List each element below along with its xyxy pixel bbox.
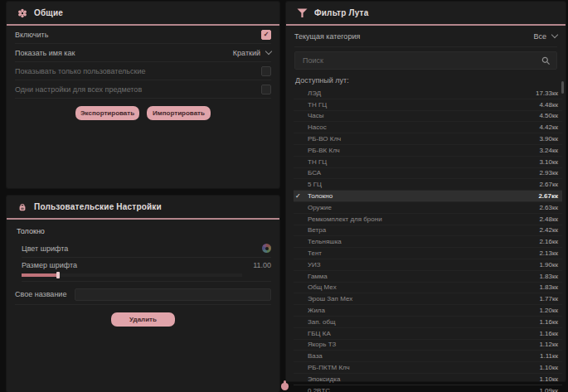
pink-marker-icon bbox=[281, 383, 289, 390]
loot-row[interactable]: Эпоксидка1.10кк bbox=[294, 374, 562, 385]
loot-item-name: Эпоксидка bbox=[308, 375, 539, 383]
enable-checkbox[interactable]: ✓ bbox=[261, 30, 271, 40]
loot-item-value: 2.13кк bbox=[539, 249, 558, 257]
custom-name-row: Свое название bbox=[15, 284, 271, 305]
loot-item-value: 1.83кк bbox=[539, 283, 558, 291]
loot-item-value: 1.83кк bbox=[539, 273, 558, 280]
search-input[interactable] bbox=[301, 56, 536, 65]
loot-row[interactable]: Общ Мех1.83кк bbox=[294, 283, 562, 294]
loot-item-value: 2.42кк bbox=[539, 226, 558, 234]
loot-item-value: 2.67кк bbox=[539, 181, 558, 188]
loot-item-value: 4.50кк bbox=[539, 112, 558, 119]
loot-row[interactable]: Якорь ТЗ1.12кк bbox=[294, 340, 562, 351]
slider-thumb[interactable] bbox=[56, 272, 60, 278]
loot-item-name: Зап. общ bbox=[308, 318, 539, 326]
loot-filter-panel: Фильтр Лута Текущая категория Все Доступ… bbox=[286, 2, 566, 381]
loot-item-name: РБ-ПКТМ Клч bbox=[308, 364, 539, 371]
loot-item-name: УИЗ bbox=[308, 261, 539, 269]
custom-name-input[interactable] bbox=[75, 288, 271, 301]
loot-row[interactable]: УИЗ1.90кк bbox=[294, 259, 562, 271]
funnel-icon bbox=[297, 8, 308, 18]
font-size-label: Размер шрифта bbox=[22, 261, 77, 269]
loot-row[interactable]: ГБЦ КА1.16кк bbox=[294, 328, 562, 340]
loot-item-name: 5 ГЦ bbox=[308, 181, 539, 188]
loot-item-name: Эрош Зап Мех bbox=[308, 295, 539, 302]
loot-row[interactable]: РБ-ВК Клч3.24кк bbox=[294, 145, 562, 157]
loot-row[interactable]: БСА2.93кк bbox=[294, 168, 562, 180]
loot-item-name: Насос bbox=[308, 123, 539, 131]
font-color-row[interactable]: Цвет шрифта bbox=[22, 240, 271, 258]
loot-item-name: Гамма bbox=[308, 273, 539, 280]
loot-item-value: 1.12кк bbox=[539, 341, 558, 348]
setting-row-name-display[interactable]: Показать имя как Краткий bbox=[15, 44, 271, 62]
enable-label: Включить bbox=[15, 31, 48, 39]
loot-item-value: 1.20кк bbox=[539, 307, 558, 314]
loot-row[interactable]: Ремкомплект для брони2.48кк bbox=[294, 214, 562, 225]
loot-row[interactable]: РБ-ВО Клч3.90кк bbox=[294, 133, 562, 145]
chevron-down-icon bbox=[265, 48, 272, 55]
loot-row[interactable]: ТН ГЦ3.10кк bbox=[294, 157, 562, 168]
category-value: Все bbox=[533, 32, 546, 41]
loot-row[interactable]: 5 ГЦ2.67кк bbox=[294, 179, 562, 191]
available-loot-label: Доступный лут: bbox=[286, 70, 566, 88]
loot-item-value: 1.09кк bbox=[539, 387, 558, 392]
loot-row[interactable]: Часы4.50кк bbox=[294, 111, 562, 123]
category-dropdown[interactable]: Все bbox=[533, 32, 557, 41]
loot-item-value: 1.90кк bbox=[539, 261, 558, 269]
search-box[interactable] bbox=[294, 51, 557, 70]
loot-row[interactable]: Тельняшка2.16кк bbox=[294, 236, 562, 248]
loot-item-value: 1.10кк bbox=[539, 375, 558, 383]
loot-item-value: 2.16кк bbox=[539, 238, 558, 245]
delete-button[interactable]: Удалить bbox=[111, 312, 175, 327]
loot-row[interactable]: 0.2BTC1.09кк bbox=[294, 385, 562, 392]
loot-item-name: Часы bbox=[308, 112, 539, 119]
scrollbar-thumb[interactable] bbox=[561, 81, 564, 94]
loot-row[interactable]: Ваза1.11кк bbox=[294, 351, 562, 362]
loot-item-value: 1.16кк bbox=[539, 318, 558, 326]
loot-item-name: 0.2BTC bbox=[308, 387, 539, 392]
custom-only-checkbox[interactable] bbox=[261, 66, 271, 76]
loot-row[interactable]: ✓Толокно2.67кк bbox=[294, 191, 562, 202]
loot-row[interactable]: Эрош Зап Мех1.77кк bbox=[294, 293, 562, 305]
current-category-row[interactable]: Текущая категория Все bbox=[294, 26, 557, 47]
setting-row-enable[interactable]: Включить ✓ bbox=[15, 26, 271, 44]
export-button[interactable]: Экспортировать bbox=[75, 106, 139, 120]
loot-row[interactable]: РБ-ПКТМ Клч1.10кк bbox=[294, 362, 562, 374]
selected-item-name: Толокно bbox=[7, 220, 279, 240]
loot-row[interactable]: Жила1.20кк bbox=[294, 305, 562, 317]
setting-row-single-settings[interactable]: Одни настройки для всех предметов bbox=[15, 80, 271, 99]
setting-row-custom-only[interactable]: Показывать только пользовательские bbox=[15, 62, 271, 80]
gear-icon bbox=[17, 8, 27, 18]
font-size-slider[interactable] bbox=[22, 273, 242, 277]
name-display-dropdown[interactable]: Краткий bbox=[233, 49, 271, 57]
loot-row[interactable]: Гамма1.83кк bbox=[294, 271, 562, 283]
loot-item-value: 2.93кк bbox=[539, 169, 558, 177]
single-settings-checkbox[interactable] bbox=[261, 85, 271, 94]
loot-item-name: РБ-ВК Клч bbox=[308, 147, 539, 154]
general-panel-header: Общие bbox=[7, 2, 279, 26]
import-button[interactable]: Импортировать bbox=[147, 106, 211, 120]
single-settings-label: Одни настройки для всех предметов bbox=[15, 85, 142, 94]
color-wheel-icon[interactable] bbox=[262, 244, 271, 253]
loot-row[interactable]: Ветра2.42кк bbox=[294, 225, 562, 237]
loot-row[interactable]: Насос4.42кк bbox=[294, 122, 562, 133]
loot-item-name: Толокно bbox=[308, 192, 538, 200]
loot-row[interactable]: Зап. общ1.16кк bbox=[294, 317, 562, 328]
loot-item-name: Якорь ТЗ bbox=[308, 341, 539, 348]
loot-item-value: 17.33кк bbox=[536, 90, 558, 97]
loot-item-name: Жила bbox=[308, 307, 539, 314]
chevron-down-icon bbox=[551, 31, 558, 38]
slider-fill bbox=[22, 273, 58, 277]
loot-row[interactable]: Оружие2.63кк bbox=[294, 202, 562, 214]
loot-item-value: 2.48кк bbox=[539, 215, 558, 223]
custom-only-label: Показывать только пользовательские bbox=[15, 67, 146, 75]
font-size-row: Размер шрифта 11.00 bbox=[22, 258, 271, 282]
loot-row[interactable]: ТН ГЦ4.48кк bbox=[294, 99, 562, 111]
loot-row[interactable]: ЛЭД17.33кк bbox=[294, 88, 562, 99]
general-panel-title: Общие bbox=[34, 8, 63, 17]
loot-item-name: Ветра bbox=[308, 226, 539, 234]
custom-name-label: Свое название bbox=[15, 290, 66, 298]
loot-filter-header: Фильтр Лута bbox=[286, 2, 566, 26]
loot-row[interactable]: Тент2.13кк bbox=[294, 248, 562, 259]
backpack-icon bbox=[17, 202, 27, 212]
